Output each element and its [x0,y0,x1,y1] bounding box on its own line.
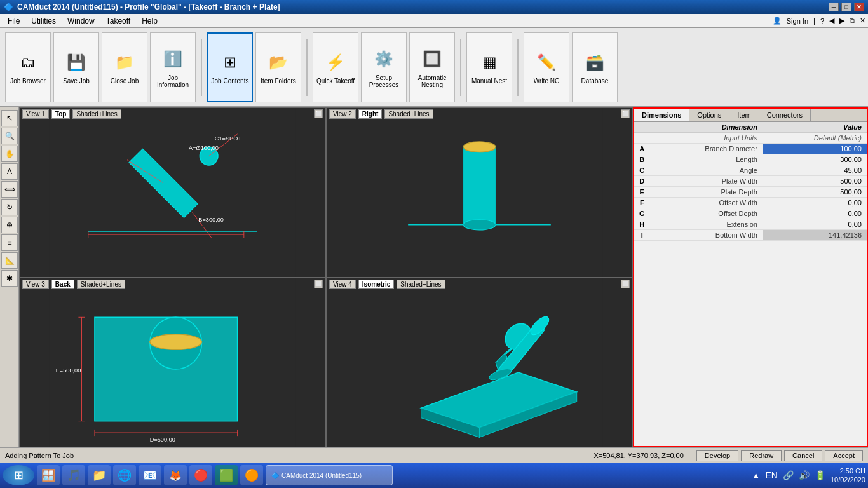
viewport-1: View 1 Top Shaded+Lines ⬜ [19,107,326,278]
window-restore[interactable]: ⧉ [850,17,855,25]
vp1-mode[interactable]: Shaded+Lines [72,109,121,119]
rotate-tool[interactable]: ↻ [1,199,18,215]
setup-processes-button[interactable]: ⚙️ Setup Processes [361,32,407,102]
vp4-mode[interactable]: Shaded+Lines [397,280,445,289]
menu-takeoff[interactable]: Takeoff [101,15,135,27]
job-contents-button[interactable]: ⊞ Job Contents [207,32,253,102]
layer-tool[interactable]: ≡ [1,234,18,251]
quick-takeoff-button[interactable]: ⚡ Quick Takeoff [313,32,358,102]
menu-file[interactable]: File [3,15,25,27]
text-tool[interactable]: A [1,163,18,180]
write-nc-label: Write NC [534,78,559,85]
viewport-3: View 3 Back Shaded+Lines ⬜ E=500,00 [19,278,326,448]
separator-1 [201,39,202,96]
item-folders-icon: 📂 [266,50,291,75]
svg-text:D=500,00: D=500,00 [150,437,175,443]
taskbar-app-5[interactable]: 📧 [139,465,161,485]
menu-utilities[interactable]: Utilities [26,15,61,27]
dim-row-value-b[interactable]: 300,00 [763,154,867,165]
measure-tool[interactable]: 📐 [1,252,18,269]
snap-tool[interactable]: ⊕ [1,217,18,233]
taskbar-camduct[interactable]: 🔷 CAMduct 2014 (Untitled115) [266,465,393,485]
user-icon: 👤 [773,17,782,25]
dim-row-f: FOffset Width0,00 [634,198,867,208]
vp3-canvas: E=500,00 D=500,00 [20,278,325,447]
taskbar-app-4[interactable]: 🌐 [113,465,136,485]
dim-row-value-g[interactable]: 0,00 [763,208,867,219]
vp3-view[interactable]: Back [51,280,74,289]
item-folders-button[interactable]: 📂 Item Folders [255,32,301,102]
job-browser-button[interactable]: 🗂 Job Browser [5,32,51,102]
menu-window[interactable]: Window [62,15,100,27]
minimize-button[interactable]: ─ [829,3,839,11]
tab-connectors[interactable]: Connectors [759,109,811,121]
nav-forward[interactable]: ▶ [839,17,844,25]
taskbar-app-3[interactable]: 📁 [88,465,111,485]
info-icon[interactable]: ? [820,17,824,25]
svg-rect-15 [463,147,496,225]
zoom-tool[interactable]: 🔍 [1,128,18,144]
taskbar-app-2[interactable]: 🎵 [62,465,85,485]
clock-date: 10/02/2020 [831,475,865,484]
misc-tool[interactable]: ✱ [1,270,18,287]
close-job-button[interactable]: 📁 Close Job [102,32,147,102]
nav-back[interactable]: ◀ [829,17,834,25]
battery-icon: 🔋 [815,470,825,480]
taskbar-app-7[interactable]: 🔴 [189,465,212,485]
close-button[interactable]: ✕ [854,3,864,11]
manual-nest-button[interactable]: ▦ Manual Nest [466,32,512,102]
dim-data-table: Dimension Value Input Units Default (Met… [634,122,867,241]
automatic-nesting-button[interactable]: 🔲 Automatic Nesting [409,32,455,102]
menu-bar: File Utilities Window Takeoff Help 👤 Sig… [0,14,868,28]
sign-in-label[interactable]: Sign In [787,17,808,25]
input-units-label: Input Units [650,133,763,144]
pan-tool[interactable]: ✋ [1,146,18,162]
database-button[interactable]: 🗃️ Database [572,32,618,102]
app-icon: 🔷 [4,3,13,11]
tab-options[interactable]: Options [689,109,729,121]
taskbar-app-9[interactable]: 🟠 [240,465,263,485]
dimension-table: Dimension Value Input Units Default (Met… [634,122,867,446]
select-tool[interactable]: ↖ [1,110,18,126]
dim-row-name-g: Offset Depth [650,208,763,219]
vp2-view[interactable]: Right [358,109,383,119]
taskbar-app-1[interactable]: 🪟 [37,465,60,485]
window-close-menu[interactable]: ✕ [860,17,865,25]
taskbar-app-6[interactable]: 🦊 [164,465,187,485]
dim-row-value-i[interactable]: 141,42136 [763,230,867,241]
redraw-button[interactable]: Redraw [741,450,782,461]
accept-button[interactable]: Accept [825,450,863,461]
expand-tray-icon[interactable]: ▲ [752,470,761,480]
tab-dimensions[interactable]: Dimensions [634,109,689,121]
dim-row-value-e[interactable]: 500,00 [763,187,867,198]
clock[interactable]: 2:50 CH 10/02/2020 [831,466,865,485]
dimension-tool[interactable]: ⟺ [1,181,18,198]
vp2-header: View 2 Right Shaded+Lines [329,109,433,119]
cancel-button[interactable]: Cancel [784,450,822,461]
dim-row-value-c[interactable]: 45,00 [763,165,867,176]
start-button[interactable]: ⊞ [3,465,34,485]
dim-row-value-f[interactable]: 0,00 [763,198,867,208]
vp2-mode[interactable]: Shaded+Lines [384,109,433,119]
dimension-tabs: Dimensions Options Item Connectors [634,109,867,122]
save-job-button[interactable]: 💾 Save Job [53,32,99,102]
dim-row-d: DPlate Width500,00 [634,176,867,187]
maximize-button[interactable]: □ [841,3,851,11]
dim-row-value-d[interactable]: 500,00 [763,176,867,187]
menu-help[interactable]: Help [137,15,163,27]
volume-icon[interactable]: 🔊 [799,470,810,480]
develop-button[interactable]: Develop [696,450,738,461]
dim-row-value-a[interactable]: 100,00 [763,144,867,154]
dim-row-value-h[interactable]: 0,00 [763,219,867,230]
tab-item[interactable]: Item [729,109,759,121]
taskbar-app-8[interactable]: 🟩 [215,465,238,485]
vp4-header: View 4 Isometric Shaded+Lines [329,280,445,289]
language-indicator[interactable]: EN [765,470,777,480]
vp3-mode[interactable]: Shaded+Lines [77,280,125,289]
vp4-view[interactable]: Isometric [358,280,394,289]
write-nc-button[interactable]: ✏️ Write NC [524,32,569,102]
job-information-button[interactable]: ℹ️ Job Information [150,32,196,102]
save-job-label: Save Job [63,78,90,85]
vp1-view[interactable]: Top [51,109,71,119]
item-folders-label: Item Folders [261,78,296,85]
